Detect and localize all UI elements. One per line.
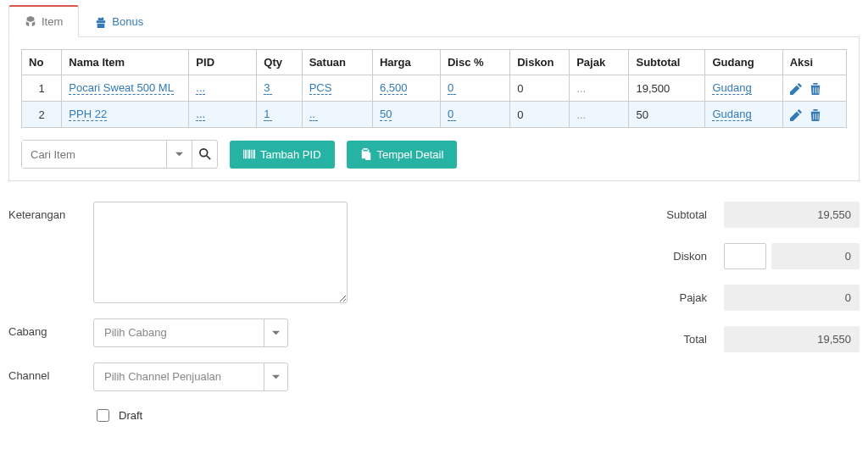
th-discp: Disc % (440, 50, 509, 75)
th-aksi: Aksi (782, 50, 846, 75)
cell-no: 1 (22, 75, 62, 102)
cell-harga[interactable]: 6,500 (380, 81, 408, 95)
delete-icon[interactable] (810, 83, 821, 95)
search-item-input[interactable] (22, 141, 166, 168)
th-gudang: Gudang (705, 50, 782, 75)
gift-icon (95, 16, 107, 28)
tab-content: No Nama Item PID Qty Satuan Harga Disc %… (8, 37, 860, 181)
diskon-value: 0 (771, 243, 860, 269)
edit-icon[interactable] (790, 109, 802, 121)
table-row: 1 Pocari Sweat 500 ML ... 3 PCS 6,500 0 … (22, 75, 847, 102)
keterangan-textarea[interactable] (93, 202, 348, 303)
cell-no: 2 (22, 102, 62, 128)
search-item-combo[interactable] (21, 140, 218, 169)
chevron-down-icon (264, 319, 287, 346)
toolbar: Tambah PID Tempel Detail (21, 140, 847, 169)
channel-label: Channel (8, 363, 93, 382)
cell-pid[interactable]: ... (196, 108, 205, 121)
cubes-icon (25, 16, 36, 28)
svg-point-0 (199, 149, 207, 157)
subtotal-label: Subtotal (622, 208, 719, 221)
subtotal-value: 19,550 (724, 202, 860, 228)
cell-satuan[interactable]: .. (309, 108, 318, 121)
tab-bonus-label: Bonus (112, 15, 143, 28)
cabang-select[interactable]: Pilih Cabang (93, 318, 288, 347)
cell-subtotal: 19,500 (629, 75, 705, 102)
cell-diskon: 0 (510, 75, 570, 102)
items-table: No Nama Item PID Qty Satuan Harga Disc %… (21, 49, 847, 128)
draft-label: Draft (119, 409, 142, 422)
th-harga: Harga (372, 50, 440, 75)
cell-pajak[interactable]: ... (570, 102, 629, 128)
tambah-pid-button[interactable]: Tambah PID (230, 141, 335, 169)
diskon-input[interactable] (724, 243, 766, 269)
barcode-icon (243, 148, 255, 160)
cell-pid[interactable]: ... (196, 81, 205, 95)
pajak-label: Pajak (622, 291, 719, 304)
th-no: No (22, 50, 62, 75)
cell-discp[interactable]: 0 (448, 81, 456, 95)
th-satuan: Satuan (302, 50, 372, 75)
th-nama: Nama Item (62, 50, 189, 75)
draft-checkbox[interactable] (97, 409, 109, 422)
keterangan-label: Keterangan (8, 202, 93, 221)
tabs: Item Bonus (8, 5, 860, 37)
diskon-label: Diskon (622, 250, 719, 263)
th-subtotal: Subtotal (629, 50, 705, 75)
cell-harga[interactable]: 50 (380, 108, 392, 121)
total-value: 19,550 (724, 326, 860, 352)
th-pajak: Pajak (570, 50, 629, 75)
channel-select[interactable]: Pilih Channel Penjualan (93, 363, 288, 391)
search-icon[interactable] (192, 141, 217, 168)
tempel-detail-button[interactable]: Tempel Detail (347, 141, 458, 169)
total-label: Total (622, 333, 719, 346)
cell-diskon: 0 (510, 102, 570, 128)
tab-bonus[interactable]: Bonus (79, 5, 159, 37)
paste-icon (360, 148, 372, 160)
cell-qty[interactable]: 3 (264, 81, 272, 95)
chevron-down-icon[interactable] (166, 141, 192, 168)
svg-line-1 (206, 156, 209, 159)
cell-gudang[interactable]: Gudang (712, 108, 751, 121)
edit-icon[interactable] (790, 83, 802, 95)
cell-subtotal: 50 (629, 102, 705, 128)
totals-panel: Subtotal 19,550 Diskon 0 Pajak 0 Total 1… (622, 202, 860, 368)
cell-nama[interactable]: Pocari Sweat 500 ML (69, 81, 174, 95)
table-row: 2 PPH 22 ... 1 .. 50 0 0 ... 50 Gudang (22, 102, 847, 128)
th-pid: PID (189, 50, 257, 75)
tab-item-label: Item (42, 15, 63, 28)
cell-discp[interactable]: 0 (448, 108, 456, 121)
chevron-down-icon (264, 363, 287, 390)
th-qty: Qty (257, 50, 302, 75)
cell-satuan[interactable]: PCS (309, 81, 332, 95)
cell-gudang[interactable]: Gudang (712, 81, 751, 95)
th-diskon: Diskon (510, 50, 570, 75)
cell-qty[interactable]: 1 (264, 108, 272, 121)
channel-placeholder: Pilih Channel Penjualan (94, 363, 264, 390)
cell-nama[interactable]: PPH 22 (69, 108, 107, 121)
cell-pajak[interactable]: ... (570, 75, 629, 102)
pajak-value: 0 (724, 285, 860, 311)
tab-item[interactable]: Item (8, 5, 79, 37)
cabang-placeholder: Pilih Cabang (94, 319, 264, 346)
cabang-label: Cabang (8, 318, 93, 338)
delete-icon[interactable] (810, 109, 821, 121)
